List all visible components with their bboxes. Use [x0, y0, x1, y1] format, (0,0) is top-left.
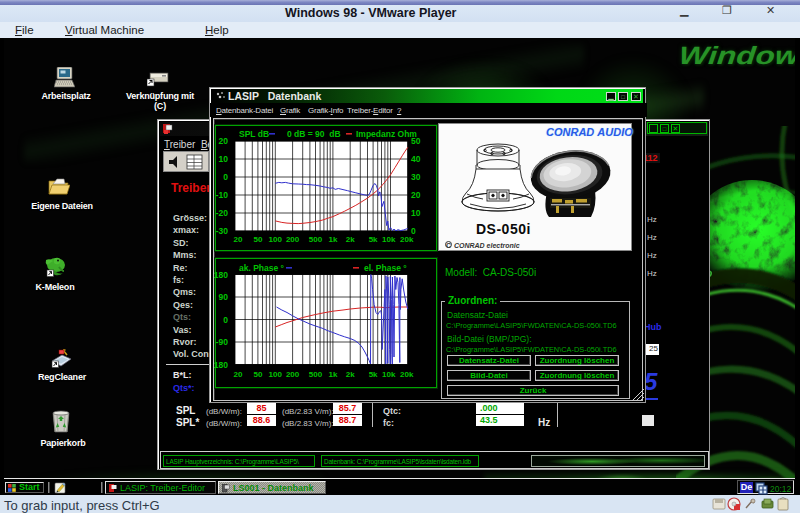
svg-text:1k: 1k [328, 235, 337, 244]
svg-text:0 dB = 90 dB: 0 dB = 90 dB [287, 129, 341, 139]
svg-text:SPL dB: SPL dB [239, 129, 269, 139]
svg-text:-20: -20 [216, 208, 229, 218]
svg-text:500: 500 [309, 370, 323, 379]
svg-text:90: 90 [219, 292, 229, 302]
svg-text:20: 20 [219, 136, 229, 146]
svg-text:20: 20 [234, 235, 243, 244]
svg-text:10: 10 [219, 154, 229, 164]
svg-text:10k: 10k [382, 370, 396, 379]
svg-text:200: 200 [286, 235, 300, 244]
svg-text:20k: 20k [400, 235, 414, 244]
svg-text:2k: 2k [346, 235, 355, 244]
svg-text:5k: 5k [369, 235, 378, 244]
svg-text:-90: -90 [216, 337, 229, 347]
svg-text:200: 200 [286, 370, 300, 379]
svg-text:50: 50 [411, 136, 421, 146]
svg-text:10: 10 [411, 208, 421, 218]
svg-text:Impedanz Ohm: Impedanz Ohm [356, 129, 417, 139]
svg-text:20k: 20k [400, 370, 414, 379]
svg-text:2k: 2k [346, 370, 355, 379]
svg-text:-10: -10 [216, 190, 229, 200]
svg-text:180: 180 [214, 270, 228, 280]
svg-text:20: 20 [234, 370, 243, 379]
svg-text:el. Phase °: el. Phase ° [364, 263, 407, 273]
svg-text:100: 100 [269, 370, 283, 379]
svg-text:500: 500 [309, 235, 323, 244]
svg-text:1k: 1k [328, 370, 337, 379]
svg-text:40: 40 [411, 154, 421, 164]
svg-text:30: 30 [411, 172, 421, 182]
svg-text:50: 50 [253, 235, 262, 244]
svg-text:0: 0 [223, 172, 228, 182]
svg-text:20: 20 [411, 190, 421, 200]
svg-text:50: 50 [253, 370, 262, 379]
svg-text:-180: -180 [214, 360, 228, 370]
svg-text:100: 100 [269, 235, 283, 244]
svg-text:0: 0 [223, 315, 228, 325]
svg-text:ak. Phase °: ak. Phase ° [239, 263, 285, 273]
svg-text:-30: -30 [216, 226, 229, 236]
svg-text:5k: 5k [369, 370, 378, 379]
svg-text:10k: 10k [382, 235, 396, 244]
